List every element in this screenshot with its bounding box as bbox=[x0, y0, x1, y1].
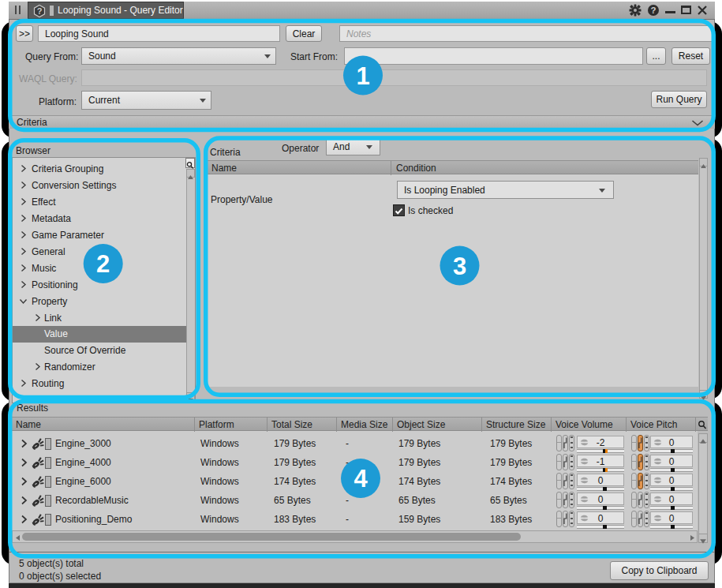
svg-text:1: 1 bbox=[356, 62, 369, 90]
svg-text:3: 3 bbox=[453, 253, 466, 280]
svg-text:4: 4 bbox=[354, 465, 368, 492]
svg-text:2: 2 bbox=[96, 250, 110, 278]
